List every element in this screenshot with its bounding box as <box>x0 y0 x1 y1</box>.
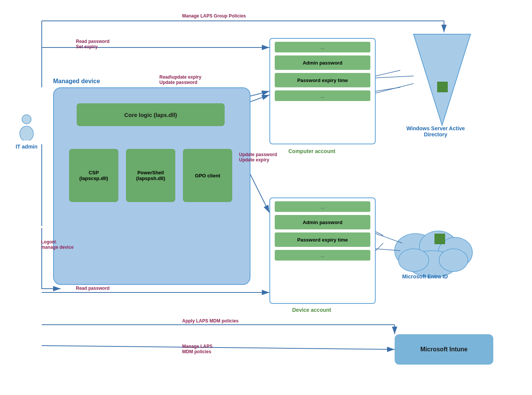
diagram-container: IT admin Core logic (laps.dll) CSP(lapsc… <box>0 0 532 395</box>
gpo-label: GPO client <box>195 173 220 179</box>
label-read-update-expiry: Read\update expiryUpdate password <box>159 74 201 85</box>
svg-line-10 <box>376 84 414 93</box>
svg-marker-2 <box>414 34 471 125</box>
device-account-label: Device account <box>292 307 331 313</box>
intune-box: Microsoft Intune <box>395 334 493 365</box>
core-logic-box: Core logic (laps.dll) <box>77 103 225 126</box>
ca-row-dots-top: ... <box>275 42 370 52</box>
intune-label: Microsoft Intune <box>420 346 467 353</box>
svg-point-14 <box>20 126 33 141</box>
managed-device-box: Core logic (laps.dll) CSP(lapscsp.dll) P… <box>53 87 250 285</box>
gpo-box: GPO client <box>183 149 232 202</box>
person-icon <box>17 114 36 141</box>
da-row-dots-top: ... <box>275 201 370 212</box>
csp-box: CSP(lapscsp.dll) <box>69 149 118 202</box>
core-logic-label: Core logic (laps.dll) <box>124 112 177 118</box>
csp-label: CSP(lapscsp.dll) <box>79 170 108 181</box>
label-read-password: Read passwordSet expiry <box>76 39 110 49</box>
device-account-box: ... Admin password Password expiry time … <box>269 198 376 304</box>
powershell-box: PowerShell(lapspsh.dll) <box>126 149 175 202</box>
computer-account-box: ... Admin password Password expiry time … <box>269 38 376 144</box>
it-admin-label: IT admin <box>11 144 42 150</box>
ca-row-password-expiry: Password expiry time <box>275 73 370 87</box>
computer-account-label: Computer account <box>288 148 335 154</box>
green-square-entra <box>434 234 445 244</box>
ca-row-admin-password: Admin password <box>275 55 370 70</box>
entra-id-label: Microsoft Entra ID <box>395 273 455 280</box>
it-admin: IT admin <box>11 114 42 150</box>
svg-point-8 <box>439 249 468 272</box>
label-read-password-bottom: Read password <box>76 286 110 291</box>
svg-point-7 <box>398 249 429 272</box>
green-square-ad <box>437 82 448 92</box>
label-apply-laps-mdm: Apply LAPS MDM policies <box>182 318 239 324</box>
svg-line-9 <box>376 76 414 78</box>
da-row-password-expiry: Password expiry time <box>275 232 370 247</box>
da-row-admin-password: Admin password <box>275 215 370 229</box>
label-manage-laps-gp: Manage LAPS Group Policies <box>182 13 246 19</box>
label-manage-laps-mdm: Manage LAPSMDM policies <box>182 344 212 354</box>
label-update-password: Update passwordUpdate expiry <box>239 152 277 163</box>
sub-components: CSP(lapscsp.dll) PowerShell(lapspsh.dll)… <box>69 149 232 202</box>
ca-row-dots-bottom: ... <box>275 90 370 101</box>
da-row-dots-bottom: ... <box>275 250 370 261</box>
powershell-label: PowerShell(lapspsh.dll) <box>136 170 165 181</box>
label-logon-manage: Logon\manage device <box>41 239 74 250</box>
managed-device-label: Managed device <box>53 78 100 85</box>
svg-line-11 <box>376 234 402 243</box>
windows-server-ad-label: Windows Server Active Directory <box>405 125 466 137</box>
svg-point-13 <box>22 115 31 124</box>
